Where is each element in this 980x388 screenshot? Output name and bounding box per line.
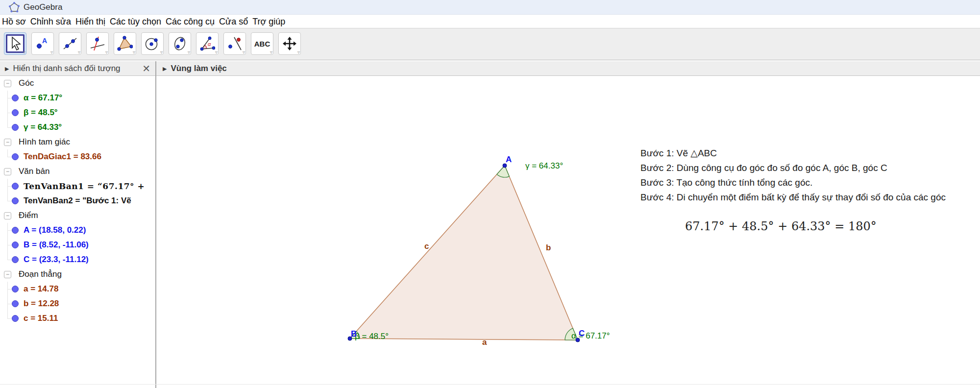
line-tool-button[interactable]: ▿: [59, 32, 81, 55]
angle-icon: α: [199, 36, 215, 51]
polygon-icon: [117, 36, 133, 51]
text-tool-button[interactable]: ABC ▿: [251, 32, 273, 55]
cursor-arrow-icon: [7, 36, 23, 51]
tree-item-segment-c[interactable]: c = 15.11: [0, 311, 155, 326]
dropdown-arrow-icon[interactable]: ▿: [215, 50, 218, 55]
menu-ho-so[interactable]: Hồ sơ: [2, 17, 26, 27]
dropdown-arrow-icon[interactable]: ▿: [105, 50, 108, 55]
line-icon: [62, 36, 78, 51]
step-2: Bước 2: Dùng công cụ đo góc đo số đo góc…: [640, 161, 946, 175]
collapse-icon[interactable]: −: [4, 271, 11, 278]
algebra-panel-title: Hiển thị danh sách đối tượng: [13, 64, 120, 73]
polygon-tool-button[interactable]: ▿: [114, 32, 136, 55]
section-doan-thang: − Đoạn thẳng: [0, 267, 155, 282]
collapse-icon[interactable]: −: [4, 80, 11, 87]
close-panel-icon[interactable]: ✕: [142, 62, 150, 75]
dropdown-arrow-icon[interactable]: ▿: [160, 50, 163, 55]
section-diem: − Điểm: [0, 208, 155, 223]
section-label: Đoạn thẳng: [19, 269, 62, 279]
tree-item-tenvanban2[interactable]: TenVanBan2 = "Bước 1: Vẽ: [0, 194, 155, 208]
collapse-icon[interactable]: −: [4, 139, 11, 146]
dropdown-arrow-icon[interactable]: ▿: [78, 50, 80, 55]
panel-divider[interactable]: [155, 61, 156, 388]
step-1: Bước 1: Vẽ △ABC: [640, 146, 946, 161]
dropdown-arrow-icon[interactable]: ▿: [133, 50, 135, 55]
visibility-marble[interactable]: [12, 183, 19, 190]
visibility-marble[interactable]: [12, 153, 19, 160]
tree-item-point-b[interactable]: B = (8.52, -11.06): [0, 238, 155, 252]
tree-item-alpha[interactable]: α = 67.17°: [0, 91, 155, 105]
dropdown-arrow-icon[interactable]: ▿: [188, 50, 190, 55]
panel-collapse-arrow-icon[interactable]: ▶: [163, 66, 167, 72]
move-view-tool-button[interactable]: ▿: [278, 32, 301, 55]
label-point-a: A: [506, 155, 512, 164]
menu-cac-cong-cu[interactable]: Các công cụ: [166, 17, 215, 27]
dropdown-arrow-icon[interactable]: ▿: [270, 50, 272, 55]
dropdown-arrow-icon[interactable]: ▿: [297, 50, 300, 55]
label-side-c: c: [424, 242, 429, 251]
instruction-text[interactable]: Bước 1: Vẽ △ABC Bước 2: Dùng công cụ đo …: [640, 146, 946, 205]
panel-header-band: ▶ Hiển thị danh sách đối tượng ✕ ▶ Vùng …: [0, 61, 980, 76]
algebra-view: − Góc α = 67.17° β = 48.5° γ = 64.33° − …: [0, 76, 155, 384]
item-text: TenVanBan2 = "Bước 1: Vẽ: [24, 196, 131, 206]
move-tool-button[interactable]: ▿: [4, 32, 26, 55]
label-angle-beta: β = 48.5°: [355, 332, 389, 341]
ellipse-tool-button[interactable]: ▿: [169, 32, 191, 55]
visibility-marble[interactable]: [12, 256, 19, 263]
section-label: Điểm: [19, 211, 38, 220]
dropdown-arrow-icon[interactable]: ▿: [243, 50, 245, 55]
menu-cua-so[interactable]: Cửa sổ: [219, 17, 248, 27]
tree-item-gamma[interactable]: γ = 64.33°: [0, 120, 155, 135]
label-point-b: B: [351, 329, 357, 339]
circle-tool-button[interactable]: ▿: [141, 32, 164, 55]
menu-tro-giup[interactable]: Trợ giúp: [252, 17, 285, 27]
menu-hien-thi[interactable]: Hiển thị: [75, 17, 105, 27]
triangle-abc[interactable]: [350, 166, 578, 340]
point-icon: A: [35, 36, 50, 51]
tree-item-segment-b[interactable]: b = 12.28: [0, 296, 155, 311]
tree-item-tendagiac1[interactable]: TenDaGiac1 = 83.66: [0, 149, 155, 164]
visibility-marble[interactable]: [12, 286, 19, 292]
label-angle-alpha: α = 67.17°: [571, 331, 610, 340]
tree-item-tenvanban1[interactable]: TenVanBan1 = “67.17° +: [0, 179, 155, 194]
step-4: Bước 4: Di chuyển một điểm bất kỳ để thấ…: [640, 190, 946, 205]
menu-chinh-sua[interactable]: Chỉnh sửa: [30, 17, 71, 27]
angle-arc-gamma[interactable]: [497, 166, 509, 177]
visibility-marble[interactable]: [12, 315, 19, 322]
point-a[interactable]: [503, 164, 507, 168]
item-text: γ = 64.33°: [24, 122, 62, 132]
section-label: Hình tam giác: [19, 137, 70, 147]
angle-sum-formula[interactable]: 67.17° + 48.5° + 64.33° = 180°: [685, 219, 877, 233]
svg-text:A: A: [42, 37, 47, 45]
label-point-c: C: [579, 329, 585, 338]
visibility-marble[interactable]: [12, 109, 19, 116]
reflect-tool-button[interactable]: ▿: [223, 32, 246, 55]
collapse-icon[interactable]: −: [4, 212, 11, 219]
perpendicular-line-tool-button[interactable]: ▿: [86, 32, 109, 55]
visibility-marble[interactable]: [12, 300, 19, 307]
algebra-panel-header: ▶ Hiển thị danh sách đối tượng: [5, 61, 155, 76]
menu-bar: Hồ sơ Chỉnh sửa Hiển thị Các tùy chọn Cá…: [0, 15, 980, 28]
visibility-marble[interactable]: [12, 124, 19, 131]
toolbar: ▿ A ▿ ▿ ▿ ▿: [0, 28, 980, 60]
section-label: Văn bản: [19, 167, 49, 176]
collapse-icon[interactable]: −: [4, 168, 11, 175]
tree-item-beta[interactable]: β = 48.5°: [0, 105, 155, 120]
panel-collapse-arrow-icon[interactable]: ▶: [5, 66, 9, 72]
dropdown-arrow-icon[interactable]: ▿: [23, 50, 25, 55]
ellipse-icon: [172, 36, 188, 51]
workspace-header: ▶ Vùng làm việc: [163, 61, 227, 76]
tree-item-segment-a[interactable]: a = 14.78: [0, 282, 155, 296]
dropdown-arrow-icon[interactable]: ▿: [50, 50, 53, 55]
label-angle-gamma: γ = 64.33°: [525, 161, 563, 170]
angle-tool-button[interactable]: α ▿: [196, 32, 219, 55]
tree-item-point-c[interactable]: C = (23.3, -11.12): [0, 252, 155, 267]
visibility-marble[interactable]: [12, 242, 19, 248]
visibility-marble[interactable]: [12, 227, 19, 234]
visibility-marble[interactable]: [12, 197, 19, 204]
graphics-view[interactable]: A γ = 64.33° β = 48.5° B α = 67.17° C c …: [157, 76, 980, 384]
visibility-marble[interactable]: [12, 95, 19, 101]
tree-item-point-a[interactable]: A = (18.58, 0.22): [0, 223, 155, 238]
menu-cac-tuy-chon[interactable]: Các tùy chọn: [110, 17, 161, 27]
point-tool-button[interactable]: A ▿: [31, 32, 54, 55]
